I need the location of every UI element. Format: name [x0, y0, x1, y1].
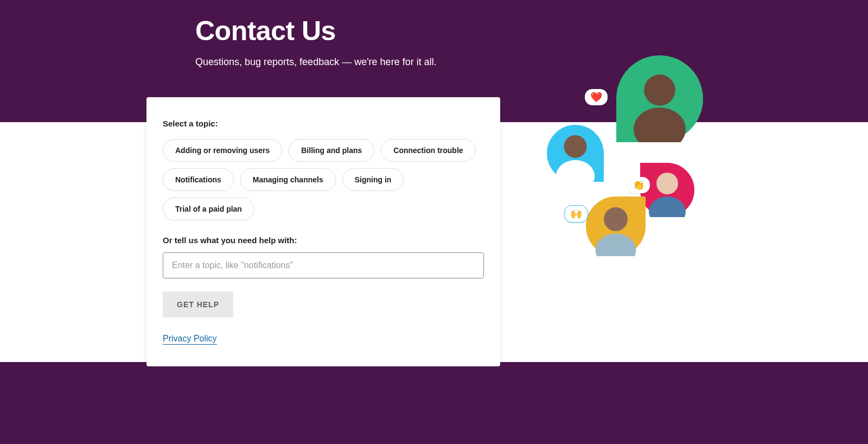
- get-help-button[interactable]: GET HELP: [163, 291, 233, 318]
- topic-chip-billing-plans[interactable]: Billing and plans: [289, 139, 374, 162]
- avatar-bubble-yellow: [586, 196, 646, 256]
- topic-input[interactable]: [163, 252, 484, 278]
- svg-point-3: [556, 160, 595, 182]
- contact-card: Select a topic: Adding or removing users…: [146, 97, 500, 366]
- svg-point-4: [656, 173, 678, 194]
- topic-chip-group: Adding or removing users Billing and pla…: [163, 139, 484, 220]
- topic-chip-trial-paid-plan[interactable]: Trial of a paid plan: [163, 198, 254, 220]
- privacy-policy-link[interactable]: Privacy Policy: [163, 334, 217, 345]
- tell-us-label: Or tell us what you need help with:: [163, 236, 484, 245]
- svg-point-6: [604, 207, 628, 231]
- topic-chip-connection-trouble[interactable]: Connection trouble: [381, 139, 475, 162]
- raised-hands-icon: 🙌: [564, 205, 588, 223]
- heart-icon: ❤️: [585, 89, 608, 105]
- people-illustration: ❤️ 👏 🙌: [547, 55, 710, 262]
- avatar-bubble-blue: [547, 125, 604, 182]
- footer-background: [0, 362, 868, 444]
- select-topic-label: Select a topic:: [163, 119, 484, 128]
- topic-chip-notifications[interactable]: Notifications: [163, 168, 234, 191]
- person-icon: [616, 55, 703, 142]
- svg-point-0: [644, 74, 675, 106]
- avatar-bubble-green: [616, 55, 703, 142]
- topic-chip-managing-channels[interactable]: Managing channels: [240, 168, 336, 191]
- page-title: Contact Us: [195, 15, 722, 47]
- person-icon: [586, 196, 646, 256]
- svg-point-7: [596, 233, 636, 256]
- clap-icon: 👏: [627, 177, 650, 193]
- svg-point-5: [649, 196, 686, 217]
- svg-point-2: [564, 135, 587, 158]
- topic-chip-adding-removing-users[interactable]: Adding or removing users: [163, 139, 282, 162]
- person-icon: [547, 125, 604, 182]
- topic-chip-signing-in[interactable]: Signing in: [342, 168, 404, 191]
- svg-point-1: [634, 107, 686, 142]
